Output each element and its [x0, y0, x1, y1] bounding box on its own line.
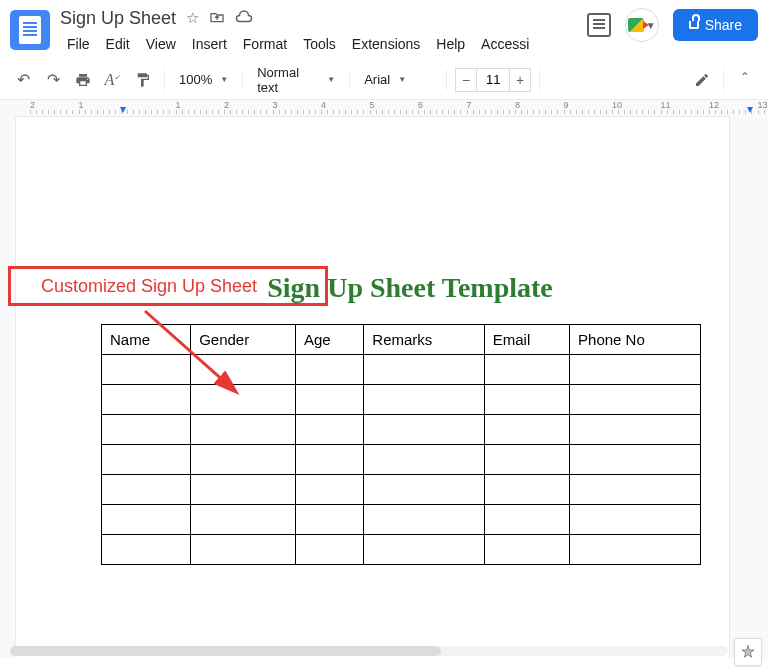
- table-cell[interactable]: [102, 475, 191, 505]
- table-cell[interactable]: [364, 385, 484, 415]
- table-row[interactable]: [102, 445, 701, 475]
- table-cell[interactable]: [364, 535, 484, 565]
- print-icon[interactable]: [70, 67, 96, 93]
- explore-button[interactable]: [734, 638, 762, 666]
- table-cell[interactable]: [191, 535, 296, 565]
- docs-logo[interactable]: [10, 10, 50, 50]
- table-cell[interactable]: [102, 505, 191, 535]
- share-label: Share: [705, 17, 742, 33]
- table-cell[interactable]: [191, 475, 296, 505]
- table-row[interactable]: [102, 535, 701, 565]
- menu-view[interactable]: View: [139, 32, 183, 56]
- table-cell[interactable]: [296, 355, 364, 385]
- table-row[interactable]: [102, 355, 701, 385]
- table-header-cell[interactable]: Name: [102, 325, 191, 355]
- table-header-cell[interactable]: Age: [296, 325, 364, 355]
- table-cell[interactable]: [484, 415, 569, 445]
- toolbar-expand-icon[interactable]: ˆ: [732, 67, 758, 93]
- table-row[interactable]: [102, 385, 701, 415]
- table-cell[interactable]: [296, 535, 364, 565]
- table-cell[interactable]: [191, 415, 296, 445]
- table-cell[interactable]: [191, 505, 296, 535]
- comments-icon[interactable]: [587, 13, 611, 37]
- star-icon[interactable]: ☆: [186, 9, 199, 27]
- table-cell[interactable]: [296, 475, 364, 505]
- table-cell[interactable]: [296, 385, 364, 415]
- zoom-select[interactable]: 100%▼: [173, 68, 234, 91]
- table-header-cell[interactable]: Phone No: [570, 325, 701, 355]
- table-cell[interactable]: [102, 355, 191, 385]
- table-cell[interactable]: [364, 505, 484, 535]
- font-select[interactable]: Arial▼: [358, 68, 438, 91]
- table-cell[interactable]: [191, 445, 296, 475]
- table-cell[interactable]: [102, 385, 191, 415]
- undo-icon[interactable]: ↶: [10, 67, 36, 93]
- table-cell[interactable]: [191, 385, 296, 415]
- horizontal-scrollbar[interactable]: [10, 646, 728, 656]
- table-cell[interactable]: [484, 385, 569, 415]
- menu-edit[interactable]: Edit: [99, 32, 137, 56]
- table-cell[interactable]: [296, 505, 364, 535]
- document-canvas[interactable]: Customized Sign Up Sheet Sign Up Sheet T…: [0, 116, 768, 658]
- style-select[interactable]: Normal text▼: [251, 61, 341, 99]
- font-size-decrease[interactable]: −: [455, 68, 477, 92]
- spellcheck-icon[interactable]: A✓: [100, 67, 126, 93]
- paint-format-icon[interactable]: [130, 67, 156, 93]
- table-cell[interactable]: [364, 415, 484, 445]
- menu-help[interactable]: Help: [429, 32, 472, 56]
- menu-accessibility[interactable]: Accessi: [474, 32, 536, 56]
- ruler-indent-left-icon[interactable]: ▾: [120, 102, 126, 116]
- menu-file[interactable]: File: [60, 32, 97, 56]
- menu-format[interactable]: Format: [236, 32, 294, 56]
- redo-icon[interactable]: ↷: [40, 67, 66, 93]
- table-cell[interactable]: [570, 505, 701, 535]
- font-size-value[interactable]: 11: [477, 68, 509, 92]
- lock-icon: [689, 21, 699, 29]
- table-cell[interactable]: [102, 445, 191, 475]
- table-row[interactable]: [102, 505, 701, 535]
- cloud-status-icon[interactable]: [235, 10, 253, 27]
- toolbar: ↶ ↷ A✓ 100%▼ Normal text▼ Arial▼ − 11 + …: [0, 60, 768, 100]
- table-cell[interactable]: [484, 355, 569, 385]
- table-cell[interactable]: [570, 355, 701, 385]
- signup-table[interactable]: NameGenderAgeRemarksEmailPhone No: [101, 324, 701, 565]
- table-cell[interactable]: [570, 415, 701, 445]
- menu-tools[interactable]: Tools: [296, 32, 343, 56]
- table-cell[interactable]: [364, 355, 484, 385]
- document-heading[interactable]: Sign Up Sheet Template: [101, 272, 719, 304]
- table-cell[interactable]: [102, 535, 191, 565]
- menu-insert[interactable]: Insert: [185, 32, 234, 56]
- table-cell[interactable]: [296, 445, 364, 475]
- share-button[interactable]: Share: [673, 9, 758, 41]
- table-cell[interactable]: [570, 535, 701, 565]
- table-cell[interactable]: [102, 415, 191, 445]
- table-row[interactable]: [102, 475, 701, 505]
- table-header-cell[interactable]: Email: [484, 325, 569, 355]
- table-header-cell[interactable]: Remarks: [364, 325, 484, 355]
- page[interactable]: Sign Up Sheet Template NameGenderAgeRema…: [15, 116, 730, 658]
- table-cell[interactable]: [570, 475, 701, 505]
- table-cell[interactable]: [570, 445, 701, 475]
- table-cell[interactable]: [570, 385, 701, 415]
- table-cell[interactable]: [364, 475, 484, 505]
- table-cell[interactable]: [296, 415, 364, 445]
- move-icon[interactable]: [209, 9, 225, 28]
- table-row[interactable]: [102, 415, 701, 445]
- table-cell[interactable]: [364, 445, 484, 475]
- table-header-cell[interactable]: Gender: [191, 325, 296, 355]
- table-cell[interactable]: [191, 355, 296, 385]
- table-cell[interactable]: [484, 475, 569, 505]
- table-cell[interactable]: [484, 535, 569, 565]
- table-cell[interactable]: [484, 445, 569, 475]
- table-cell[interactable]: [484, 505, 569, 535]
- font-size-increase[interactable]: +: [509, 68, 531, 92]
- menu-extensions[interactable]: Extensions: [345, 32, 427, 56]
- ruler[interactable]: 211234567891011121314151617 ▾ ▾: [0, 100, 768, 116]
- document-title[interactable]: Sign Up Sheet: [60, 8, 176, 29]
- edit-mode-icon[interactable]: [689, 67, 715, 93]
- ruler-indent-right-icon[interactable]: ▾: [747, 102, 753, 116]
- meet-icon[interactable]: ▼: [625, 8, 659, 42]
